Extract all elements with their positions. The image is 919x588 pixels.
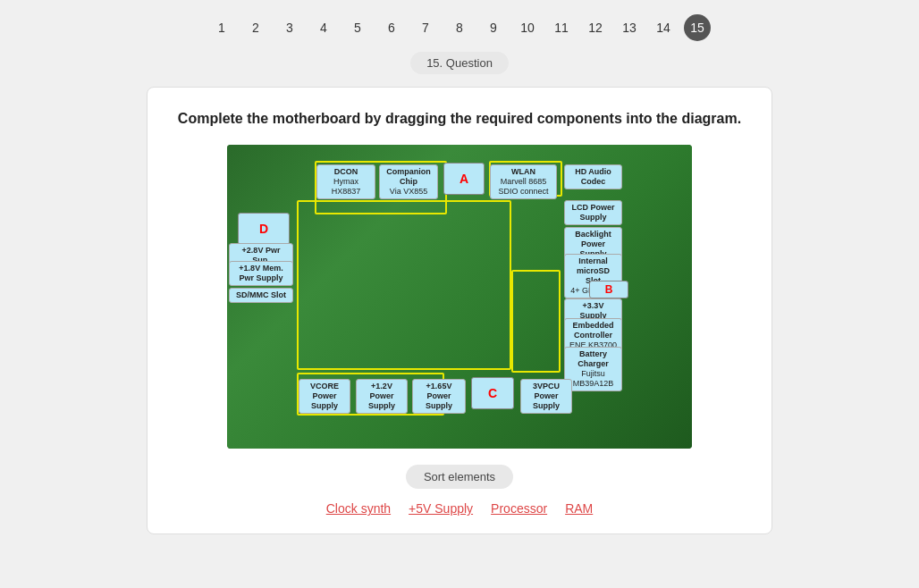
- q-num-12[interactable]: 12: [582, 14, 609, 41]
- placeholder-d[interactable]: D: [238, 213, 290, 245]
- question-text: Complete the motherboard by dragging the…: [178, 109, 741, 129]
- q-num-7[interactable]: 7: [412, 14, 439, 41]
- plus12v-label: +1.2V Power Supply: [356, 379, 408, 413]
- drag-item-5v-supply[interactable]: +5V Supply: [409, 501, 473, 516]
- sdmmc-label: SD/MMC Slot: [229, 288, 293, 303]
- q-num-6[interactable]: 6: [378, 14, 405, 41]
- hd-audio-label: HD Audio Codec: [564, 164, 622, 189]
- question-nav: 1 2 3 4 5 6 7 8 9 10 11 12 13 14 15: [208, 0, 711, 52]
- q-num-13[interactable]: 13: [616, 14, 643, 41]
- q-num-1[interactable]: 1: [208, 14, 235, 41]
- wlan-label: WLAN Marvell 8685 SDIO connect: [490, 164, 557, 198]
- battery-label: Battery Charger Fujitsu MB39A12B: [564, 347, 622, 391]
- lcd-power-label: LCD Power Supply: [564, 200, 622, 225]
- companion-chip-label: Companion Chip Via VX855: [379, 164, 438, 198]
- placeholder-b[interactable]: B: [589, 281, 628, 298]
- q-num-4[interactable]: 4: [310, 14, 337, 41]
- main-card: Complete the motherboard by dragging the…: [147, 87, 772, 534]
- placeholder-a[interactable]: A: [443, 163, 485, 195]
- q-num-2[interactable]: 2: [242, 14, 269, 41]
- q-num-10[interactable]: 10: [514, 14, 541, 41]
- placeholder-c[interactable]: C: [471, 377, 514, 409]
- plus18v-label: +1.8V Mem. Pwr Supply: [229, 261, 293, 286]
- plus165v-label: +1.65V Power Supply: [412, 379, 466, 413]
- q-num-14[interactable]: 14: [650, 14, 677, 41]
- vcore-label: VCORE Power Supply: [299, 379, 350, 413]
- question-label: 15. Question: [410, 52, 509, 74]
- drag-item-clock-synth[interactable]: Clock synth: [326, 501, 391, 516]
- drag-item-ram[interactable]: RAM: [565, 501, 593, 516]
- q-num-8[interactable]: 8: [446, 14, 473, 41]
- q-num-15[interactable]: 15: [684, 14, 711, 41]
- 3vpcu-label: 3VPCU Power Supply: [520, 379, 572, 413]
- motherboard-diagram[interactable]: DCON Hymax HX8837 Companion Chip Via VX8…: [227, 145, 692, 449]
- drag-elements-row: Clock synth +5V Supply Processor RAM: [326, 501, 594, 516]
- q-num-9[interactable]: 9: [480, 14, 507, 41]
- sort-button[interactable]: Sort elements: [406, 465, 513, 489]
- dcon-label: DCON Hymax HX8837: [316, 164, 375, 198]
- q-num-5[interactable]: 5: [344, 14, 371, 41]
- q-num-11[interactable]: 11: [548, 14, 575, 41]
- q-num-3[interactable]: 3: [276, 14, 303, 41]
- drag-item-processor[interactable]: Processor: [491, 501, 547, 516]
